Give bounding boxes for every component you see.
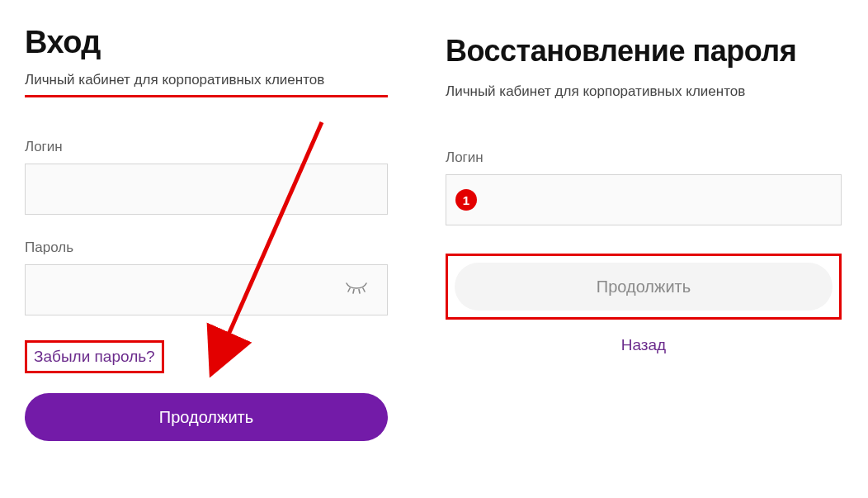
recover-username-wrap: 1	[446, 174, 842, 225]
login-panel: Вход Личный кабинет для корпоративных кл…	[25, 25, 388, 498]
svg-line-1	[353, 290, 354, 294]
recover-username-input[interactable]	[446, 174, 842, 225]
recover-panel: Восстановление пароля Личный кабинет для…	[446, 25, 842, 498]
svg-line-2	[359, 290, 360, 294]
login-subtitle: Личный кабинет для корпоративных клиенто…	[25, 72, 388, 97]
annotation-step-badge: 1	[455, 189, 477, 211]
back-link[interactable]: Назад	[446, 336, 842, 354]
eye-closed-icon[interactable]	[345, 282, 368, 298]
login-username-input[interactable]	[25, 164, 388, 215]
login-password-input[interactable]	[25, 264, 388, 315]
login-username-label: Логин	[25, 139, 388, 155]
login-username-wrap	[25, 164, 388, 215]
recover-title: Восстановление пароля	[446, 33, 842, 69]
recover-subtitle: Личный кабинет для корпоративных клиенто…	[446, 83, 842, 100]
login-password-label: Пароль	[25, 240, 388, 256]
svg-line-3	[363, 288, 365, 292]
recover-username-label: Логин	[446, 149, 842, 166]
recover-continue-button[interactable]: Продолжить	[455, 263, 833, 311]
svg-line-0	[348, 288, 350, 292]
login-continue-button[interactable]: Продолжить	[25, 393, 388, 441]
annotation-highlight-box: Продолжить	[446, 254, 842, 320]
forgot-password-link[interactable]: Забыли пароль?	[25, 340, 164, 373]
login-password-wrap	[25, 264, 388, 315]
login-title: Вход	[25, 25, 388, 60]
svg-line-4	[219, 122, 322, 355]
